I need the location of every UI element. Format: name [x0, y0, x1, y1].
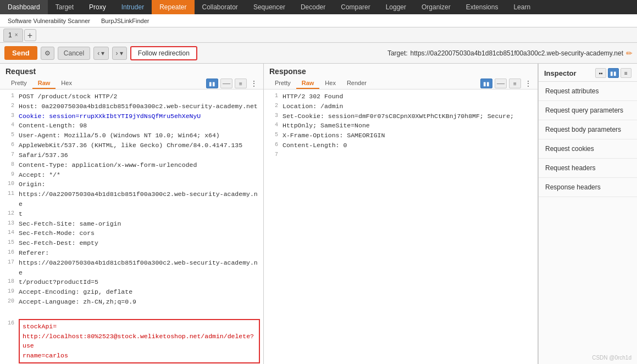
edit-target-icon[interactable]: ✏ — [626, 49, 633, 58]
response-tab-render[interactable]: Render — [341, 78, 372, 89]
top-nav: Dashboard Target Proxy Intruder Repeater… — [0, 0, 637, 14]
ext-tab-burpjs[interactable]: BurpJSLinkFinder — [96, 14, 154, 27]
nav-learn[interactable]: Learn — [506, 0, 538, 14]
request-tab-raw[interactable]: Raw — [32, 78, 56, 89]
request-line-5: 5 User-Agent: Mozilla/5.0 (Windows NT 10… — [0, 131, 263, 141]
response-tabs: Pretty Raw Hex Render ▮▮ ── ≡ ⋮ — [269, 78, 532, 89]
request-line-11: 11 https://0a220075030a4b1d81cb851f00a30… — [0, 189, 263, 209]
nav-collaborator[interactable]: Collaborator — [195, 0, 246, 14]
request-panel-title: Request — [5, 67, 258, 76]
response-line-5: 5 X-Frame-Options: SAMEORIGIN — [264, 131, 538, 141]
request-body-highlighted[interactable]: stockApi= http://localhost:80%2523@stock… — [19, 319, 260, 363]
watermark: CSDN @0rch1d — [592, 355, 632, 361]
request-line-2: 2 Host: 0a220075030a4b1d81cb851f00a300c2… — [0, 102, 263, 111]
request-line-1: 1 POST /product/stock HTTP/2 — [0, 92, 263, 102]
inspector-item-response-headers[interactable]: Response headers — [539, 178, 637, 197]
inspector-icon-grid[interactable]: ▪▪ — [595, 68, 606, 78]
response-view-icon-1[interactable]: ▮▮ — [480, 79, 492, 88]
response-panel-header: Response Pretty Raw Hex Render ▮▮ ── ≡ ⋮ — [264, 64, 538, 89]
request-line-empty — [0, 307, 263, 317]
request-line-18: 18 t/product?productId=5 — [0, 277, 263, 287]
request-tab-pretty[interactable]: Pretty — [5, 78, 32, 89]
response-line-3: 3 Set-Cookie: session=dmF0r07sC8CpnX0XWt… — [264, 111, 538, 121]
request-body-wrapper: 16 stockApi= http://localhost:80%2523@st… — [0, 317, 263, 364]
inspector-icon-menu[interactable]: ≡ — [621, 68, 632, 78]
request-view-icon-3[interactable]: ≡ — [235, 79, 247, 88]
request-line-6: 6 AppleWebKit/537.36 (KHTML, like Gecko)… — [0, 141, 263, 150]
settings-button[interactable]: ⚙ — [41, 47, 54, 60]
request-line-14: 14 Sec-Fetch-Mode: cors — [0, 228, 263, 238]
response-line-2: 2 Location: /admin — [264, 102, 538, 111]
tab-close-icon[interactable]: × — [15, 32, 18, 38]
inspector-item-request-headers[interactable]: Request headers — [539, 159, 637, 178]
request-line-3: 3 Cookie: session=rrupXXkIbtYTI9jYdNsQfM… — [0, 111, 263, 121]
response-line-4: 4 HttpOnly; SameSite=None — [264, 121, 538, 131]
inspector-panel: Inspector ▪▪ ▮▮ ≡ Request attributes Req… — [538, 64, 637, 364]
nav-comparer[interactable]: Comparer — [333, 0, 378, 14]
nav-extensions[interactable]: Extensions — [458, 0, 506, 14]
request-line-8: 8 Content-Type: application/x-www-form-u… — [0, 160, 263, 170]
response-view-icon-2[interactable]: ── — [495, 79, 507, 88]
inspector-item-request-attributes[interactable]: Request attributes — [539, 82, 637, 101]
inspector-view-icons: ▪▪ ▮▮ ≡ — [595, 68, 632, 78]
send-button[interactable]: Send — [4, 46, 37, 60]
request-line-20: 20 Accept-Language: zh-CN,zh;q=0.9 — [0, 297, 263, 307]
response-view-icons: ▮▮ ── ≡ — [480, 79, 521, 88]
nav-dashboard[interactable]: Dashboard — [0, 0, 48, 14]
request-line-15: 15 Sec-Fetch-Dest: empty — [0, 238, 263, 248]
response-tab-hex[interactable]: Hex — [319, 78, 341, 89]
nav-logger[interactable]: Logger — [378, 0, 414, 14]
request-line-16: 16 Referer: — [0, 248, 263, 258]
response-line-1: 1 HTTP/2 302 Found — [264, 92, 538, 102]
request-view-icons: ▮▮ ── ≡ — [206, 79, 247, 88]
response-line-7: 7 — [264, 150, 538, 160]
target-info: Target: https://0a220075030a4b1d81cb851f… — [387, 49, 633, 58]
nav-repeater[interactable]: Repeater — [152, 0, 194, 14]
request-line-7: 7 Safari/537.36 — [0, 150, 263, 160]
ext-tab-svs[interactable]: Software Vulnerability Scanner — [2, 14, 96, 27]
repeater-toolbar: Send ⚙ Cancel ‹ ▾ › ▾ Follow redirection… — [0, 43, 637, 64]
follow-redirection-button[interactable]: Follow redirection — [130, 46, 197, 60]
request-panel-header: Request Pretty Raw Hex ▮▮ ── ≡ ⋮ — [0, 64, 263, 89]
response-code-area[interactable]: 1 HTTP/2 302 Found 2 Location: /admin 3 … — [264, 89, 538, 364]
request-tabs: Pretty Raw Hex ▮▮ ── ≡ ⋮ — [5, 78, 258, 89]
request-view-icon-2[interactable]: ── — [220, 79, 232, 88]
nav-organizer[interactable]: Organizer — [414, 0, 458, 14]
request-tab-hex[interactable]: Hex — [56, 78, 77, 89]
nav-proxy[interactable]: Proxy — [81, 0, 114, 14]
inspector-header: Inspector ▪▪ ▮▮ ≡ — [539, 64, 637, 82]
tab-label: 1 — [8, 31, 12, 39]
request-view-icon-1[interactable]: ▮▮ — [206, 79, 218, 88]
response-panel-title: Response — [269, 67, 532, 76]
response-panel: Response Pretty Raw Hex Render ▮▮ ── ≡ ⋮… — [264, 64, 538, 364]
nav-sequencer[interactable]: Sequencer — [246, 0, 293, 14]
target-url: https://0a220075030a4b1d81cb851f00a300c2… — [411, 49, 623, 57]
request-line-19: 19 Accept-Encoding: gzip, deflate — [0, 287, 263, 297]
nav-back-button[interactable]: ‹ ▾ — [93, 47, 108, 60]
inspector-item-request-cookies[interactable]: Request cookies — [539, 139, 637, 159]
nav-decoder[interactable]: Decoder — [293, 0, 333, 14]
response-tab-pretty[interactable]: Pretty — [269, 78, 296, 89]
response-view-icon-3[interactable]: ≡ — [509, 79, 521, 88]
request-body-text: stockApi= http://localhost:80%2523@stock… — [23, 322, 256, 361]
request-code-area[interactable]: 1 POST /product/stock HTTP/2 2 Host: 0a2… — [0, 89, 263, 364]
inspector-item-request-body[interactable]: Request body parameters — [539, 120, 637, 139]
request-more-options[interactable]: ⋮ — [250, 79, 258, 88]
inspector-item-request-query[interactable]: Request query parameters — [539, 101, 637, 120]
response-tab-raw[interactable]: Raw — [296, 78, 320, 89]
repeater-tab-strip: 1 × + — [0, 27, 637, 43]
request-line-10: 10 Origin: — [0, 180, 263, 189]
nav-target[interactable]: Target — [48, 0, 81, 14]
nav-forward-button[interactable]: › ▾ — [112, 47, 127, 60]
request-line-17: 17 https://0a220075030a4b1d81cb851f00a30… — [0, 258, 263, 278]
response-more-options[interactable]: ⋮ — [524, 79, 532, 88]
cancel-button[interactable]: Cancel — [58, 47, 90, 60]
tab-add-button[interactable]: + — [24, 29, 36, 41]
ext-tabs-bar: Software Vulnerability Scanner BurpJSLin… — [0, 14, 637, 27]
main-area: Request Pretty Raw Hex ▮▮ ── ≡ ⋮ 1 POST … — [0, 64, 637, 364]
repeater-tab-1[interactable]: 1 × — [3, 29, 23, 42]
nav-intruder[interactable]: Intruder — [114, 0, 152, 14]
request-line-13: 13 Sec-Fetch-Site: same-origin — [0, 219, 263, 229]
inspector-icon-list[interactable]: ▮▮ — [608, 68, 619, 78]
target-prefix: Target: — [387, 49, 408, 57]
